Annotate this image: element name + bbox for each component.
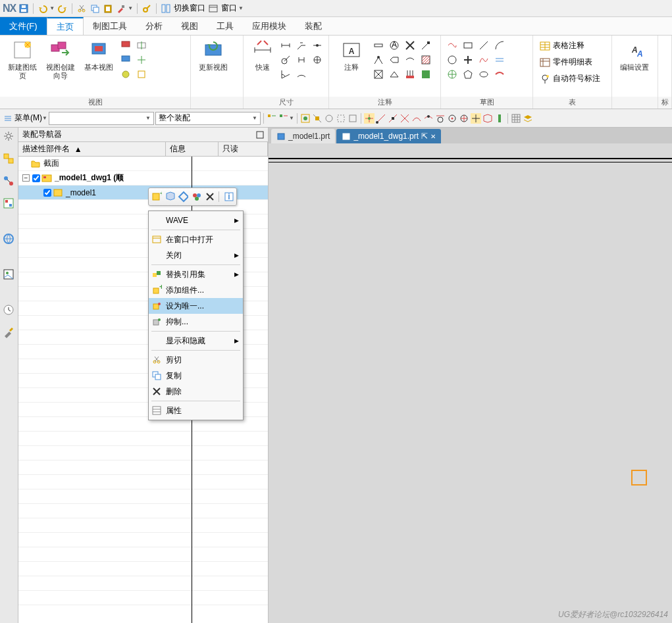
nav-pin-icon[interactable] (256, 131, 264, 139)
ctx-color-icon[interactable] (191, 191, 201, 202)
col-name[interactable]: 描述性部件名 ▲ (18, 142, 166, 156)
edit-settings-button[interactable]: AA 编辑设置 (616, 38, 653, 73)
dim-radial-icon[interactable] (280, 54, 292, 66)
snap-int-icon[interactable] (400, 113, 410, 124)
tree-checkbox[interactable] (32, 174, 40, 182)
sk-1-icon[interactable] (446, 39, 458, 51)
menu-view[interactable]: 视图 (172, 17, 207, 35)
dim-ord-icon[interactable] (311, 39, 323, 51)
ctx-close[interactable]: 关闭▶ (149, 247, 243, 263)
ctx-add-component[interactable]: +添加组件... (149, 282, 243, 298)
anno-9-icon[interactable] (404, 68, 416, 80)
internet-icon[interactable] (3, 233, 16, 246)
gear-icon[interactable] (3, 130, 16, 143)
menu-assembly[interactable]: 装配 (296, 17, 331, 35)
sk-ellipse-icon[interactable] (478, 68, 490, 80)
tab-close-icon[interactable]: ✕ (430, 133, 436, 140)
sk-curve-icon[interactable] (494, 68, 505, 80)
menu-icon[interactable] (3, 113, 13, 124)
anno-6-icon[interactable] (388, 68, 400, 80)
anno-7-icon[interactable] (404, 39, 416, 51)
sk-spline-icon[interactable] (478, 54, 490, 66)
combo-assembly[interactable]: 整个装配▼ (155, 112, 261, 125)
anno-10-icon[interactable] (420, 39, 432, 51)
col-info[interactable]: 信息 (166, 142, 219, 156)
sel-4-icon[interactable] (336, 113, 346, 124)
snap-on-icon[interactable] (423, 113, 434, 124)
ctx-delete[interactable]: 删除 (149, 384, 243, 399)
graphics-canvas[interactable]: _model1.prt _model1_dwg1.prt ⇱ ✕ UG爱好者论坛… (269, 128, 672, 623)
view-tool-6-icon[interactable] (136, 68, 147, 80)
parts-list-button[interactable]: 零件明细表 (538, 56, 602, 68)
sk-plus-icon[interactable] (462, 54, 474, 66)
cut-icon[interactable] (76, 3, 87, 14)
save-icon[interactable] (18, 3, 29, 14)
auto-balloon-button[interactable]: 自动符号标注 (538, 72, 602, 85)
ctx-properties[interactable]: 属性 (149, 403, 243, 418)
anno-5-icon[interactable] (388, 54, 400, 66)
view-wizard-button[interactable]: 视图创建向导 (42, 38, 79, 82)
annotation-button[interactable]: A 注释 (333, 38, 370, 73)
table-annotation-button[interactable]: 表格注释 (538, 39, 602, 52)
window-layout-icon[interactable] (161, 3, 171, 14)
sel-1-icon[interactable] (300, 113, 311, 124)
sk-2-icon[interactable] (446, 54, 458, 66)
combo-1[interactable]: ▼ (49, 112, 154, 125)
snap-quad-icon[interactable] (459, 113, 469, 124)
dropdown-icon[interactable]: ▼ (49, 5, 55, 11)
assembly-nav-icon[interactable] (3, 153, 16, 166)
filter-2-icon[interactable] (278, 113, 289, 124)
constraint-icon[interactable] (3, 175, 16, 188)
dim-hole-icon[interactable] (311, 54, 323, 66)
sk-arc-icon[interactable] (494, 39, 505, 51)
dropdown-icon[interactable]: ▼ (42, 115, 47, 121)
ctx-cut[interactable]: 剪切 (149, 352, 243, 368)
new-sheet-button[interactable]: 新建图纸页 (4, 38, 41, 82)
rapid-dim-button[interactable]: 快速 (247, 38, 277, 73)
view-tool-5-icon[interactable] (136, 54, 147, 66)
anno-12-icon[interactable] (420, 68, 432, 80)
dropdown-icon[interactable]: ▼ (238, 5, 244, 11)
switch-window-label[interactable]: 切换窗口 (174, 3, 205, 14)
menu-home[interactable]: 主页 (47, 17, 84, 35)
view-tool-4-icon[interactable] (136, 39, 147, 51)
menu-app[interactable]: 应用模块 (243, 17, 296, 35)
ctx-delete-icon[interactable] (204, 191, 215, 202)
sk-line-icon[interactable] (478, 39, 490, 51)
menu-button-label[interactable]: 菜单(M) (14, 112, 42, 124)
filter-1-icon[interactable] (267, 113, 277, 124)
anno-2-icon[interactable] (373, 54, 384, 66)
dim-thickness-icon[interactable] (296, 54, 307, 66)
dim-chamfer-icon[interactable] (296, 39, 307, 51)
window-icon[interactable] (208, 3, 219, 14)
image-icon[interactable] (3, 268, 16, 282)
sk-polygon-icon[interactable] (462, 68, 474, 80)
snap-pole-icon[interactable] (494, 113, 505, 124)
update-view-button[interactable]: 更新视图 (195, 38, 232, 73)
ctx-suppress[interactable]: 抑制... (149, 314, 243, 330)
anno-1-icon[interactable] (373, 39, 384, 51)
tree-dwg1-row[interactable]: − _model1_dwg1 (顺 (18, 171, 268, 186)
tree-collapse-icon[interactable]: − (22, 174, 30, 182)
anno-4-icon[interactable]: A (388, 39, 400, 51)
tree-checkbox[interactable] (43, 189, 51, 197)
ctx-copy[interactable]: 复制 (149, 368, 243, 384)
tab-popout-icon[interactable]: ⇱ (421, 132, 428, 141)
ctx-diamond-icon[interactable] (178, 191, 188, 202)
sel-2-icon[interactable] (312, 113, 323, 124)
anno-8-icon[interactable] (404, 54, 416, 66)
ctx-show-hide[interactable]: 显示和隐藏▶ (149, 333, 243, 349)
dim-linear-icon[interactable] (280, 39, 292, 51)
menu-tools[interactable]: 工具 (207, 17, 243, 35)
tree-section-row[interactable]: 截面 (18, 157, 268, 171)
touch-icon[interactable] (142, 3, 152, 14)
snap-tan-icon[interactable] (435, 113, 446, 124)
snap-curve-icon[interactable] (411, 113, 422, 124)
menu-drafting[interactable]: 制图工具 (84, 17, 136, 35)
history-icon[interactable] (3, 197, 16, 211)
ctx-wave[interactable]: WAVE▶ (149, 212, 243, 228)
ctx-make-unique[interactable]: 设为唯一... (149, 298, 243, 314)
ctx-open-window[interactable]: 在窗口中打开 (149, 232, 243, 247)
tab-model1[interactable]: _model1.prt (271, 129, 335, 143)
clock-icon[interactable] (3, 304, 16, 317)
